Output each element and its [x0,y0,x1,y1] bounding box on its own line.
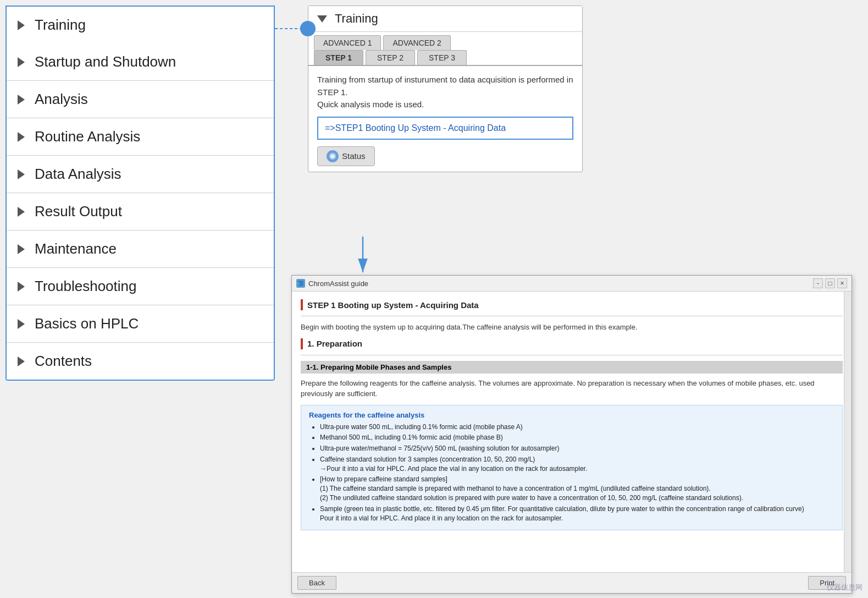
close-button[interactable]: × [837,278,847,288]
step-heading-bar: STEP 1 Booting up System - Acquiring Dat… [301,299,843,310]
back-button[interactable]: Back [297,576,336,590]
list-item: Methanol 500 mL, including 0.1% formic a… [320,433,834,442]
sidebar-item-data[interactable]: Data Analysis [7,156,274,193]
sidebar-item-label: Result Output [35,203,122,220]
window-footer: Back Print [292,572,852,593]
status-button[interactable]: Status [317,146,375,166]
sidebar-item-routine[interactable]: Routine Analysis [7,118,274,156]
subsection1-header: 1-1. Preparing Mobile Phases and Samples [301,361,843,374]
sidebar-item-troubleshooting[interactable]: Troubleshooting [7,268,274,305]
arrow-icon [18,244,25,254]
minimize-button[interactable]: - [813,278,823,288]
tab-step2[interactable]: STEP 2 [366,50,415,65]
training-popup-title: Training [335,12,378,26]
sidebar-item-result[interactable]: Result Output [7,193,274,231]
arrow-icon [18,356,25,366]
step-heading: STEP 1 Booting up System - Acquiring Dat… [307,300,479,310]
step1-link[interactable]: =>STEP1 Booting Up System - Acquiring Da… [325,123,506,133]
sidebar-item-startup[interactable]: Startup and Shutdown [7,43,274,81]
popup-body-text: Training from startup of insturument to … [317,74,573,111]
list-item: Ultra-pure water/methanol = 75/25(v/v) 5… [320,444,834,453]
list-item: Sample (green tea in plastic bottle, etc… [320,504,834,523]
chromassist-window: i ChromAssist guide - □ × STEP 1 Booting… [291,275,852,594]
sidebar-item-label: Troubleshooting [35,278,137,295]
sidebar-item-contents[interactable]: Contents [7,343,274,380]
subsection1-text: Prepare the following reagents for the c… [301,378,843,399]
step-tabs-row: STEP 1 STEP 2 STEP 3 [308,50,582,66]
window-content: STEP 1 Booting up System - Acquiring Dat… [292,292,852,572]
print-button[interactable]: Print [808,576,846,590]
window-controls: - □ × [813,278,847,288]
list-item: [How to prepare caffeine standard sample… [320,475,834,502]
sidebar-item-hplc[interactable]: Basics on HPLC [7,305,274,343]
reagents-title: Reagents for the caffeine analysis [309,411,834,419]
status-icon [327,150,339,162]
popup-body: Training from startup of insturument to … [308,66,582,172]
sidebar-item-label: Training [35,17,86,34]
tab-step3[interactable]: STEP 3 [417,50,467,65]
list-item: Caffeine standard solution for 3 samples… [320,455,834,474]
sidebar: Training Startup and Shutdown Analysis R… [5,6,275,381]
reagents-list: Ultra-pure water 500 mL, including 0.1% … [309,423,834,523]
arrow-icon [18,132,25,142]
connector-circle [300,21,316,36]
intro-text: Begin with booting the system up to acqu… [301,322,843,333]
maximize-button[interactable]: □ [825,278,835,288]
sidebar-item-label: Contents [35,353,92,370]
advanced-tabs-row: ADVANCED 1 ADVANCED 2 [308,32,582,50]
arrow-icon [18,95,25,105]
popup-link-box[interactable]: =>STEP1 Booting Up System - Acquiring Da… [317,117,573,140]
arrow-icon [18,20,25,30]
red-accent-bar2 [301,338,303,349]
list-item: Ultra-pure water 500 mL, including 0.1% … [320,423,834,432]
sidebar-item-label: Basics on HPLC [35,315,139,332]
sidebar-item-label: Maintenance [35,240,117,257]
training-popup: Training ADVANCED 1 ADVANCED 2 STEP 1 ST… [308,6,583,172]
window-titlebar: i ChromAssist guide - □ × [292,276,852,292]
arrow-icon [18,282,25,292]
tab-advanced1[interactable]: ADVANCED 1 [314,35,381,50]
arrow-icon [18,319,25,329]
sidebar-item-maintenance[interactable]: Maintenance [7,231,274,268]
sidebar-item-label: Startup and Shutdown [35,53,176,70]
arrow-down-icon [317,15,327,23]
arrow-icon [18,57,25,67]
sidebar-item-label: Data Analysis [35,166,121,183]
tab-step1[interactable]: STEP 1 [314,50,363,65]
training-popup-header: Training [308,6,582,32]
sidebar-item-label: Analysis [35,91,88,108]
reagents-box: Reagents for the caffeine analysis Ultra… [301,405,843,531]
arrow-icon [18,207,25,217]
window-title: ChromAssist guide [308,279,368,288]
section1-heading: 1. Preparation [307,339,362,348]
sidebar-item-analysis[interactable]: Analysis [7,81,274,118]
red-accent-bar [301,299,303,310]
status-label: Status [342,151,366,161]
tab-advanced2[interactable]: ADVANCED 2 [383,35,450,50]
scrollbar[interactable] [844,292,852,572]
arrow-icon [18,169,25,179]
sidebar-item-label: Routine Analysis [35,128,140,145]
window-title-left: i ChromAssist guide [296,279,368,288]
section1-bar: 1. Preparation [301,338,843,349]
sidebar-item-training[interactable]: Training [5,6,275,45]
window-app-icon: i [296,279,305,288]
